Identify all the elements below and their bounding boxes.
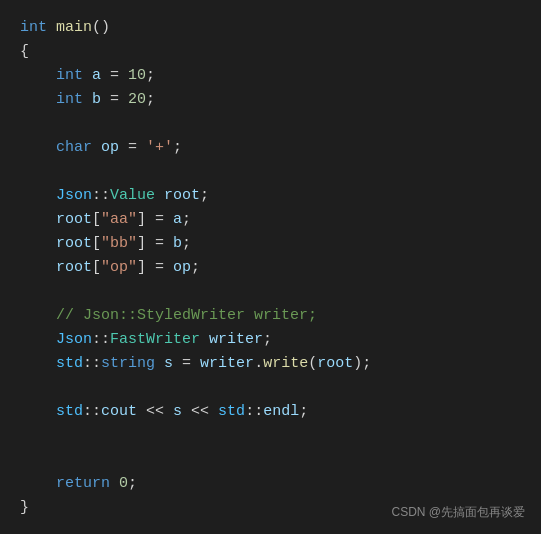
string-bb: "bb" <box>101 232 137 256</box>
code-line-20: return 0 ; <box>20 472 521 496</box>
code-line-17: std :: cout << s << std :: endl ; <box>20 400 521 424</box>
namespace-std-cout: std <box>56 400 83 424</box>
code-line-7 <box>20 160 521 184</box>
var-endl: endl <box>263 400 299 424</box>
code-line-18 <box>20 424 521 448</box>
num-10: 10 <box>128 64 146 88</box>
var-root-aa: root <box>56 208 92 232</box>
comment-styledwriter: // Json::StyledWriter writer; <box>56 304 317 328</box>
string-aa: "aa" <box>101 208 137 232</box>
keyword-int-b: int <box>56 88 83 112</box>
code-line-16 <box>20 376 521 400</box>
var-op-ref: op <box>173 256 191 280</box>
keyword-string: string <box>101 352 155 376</box>
code-editor: int main () { int a = 10 ; int b = 20 ; <box>0 0 541 534</box>
string-plus: '+' <box>146 136 173 160</box>
num-0: 0 <box>119 472 128 496</box>
code-line-15: std :: string s = writer . write ( root … <box>20 352 521 376</box>
var-writer: writer <box>209 328 263 352</box>
var-b: b <box>92 88 101 112</box>
var-root: root <box>164 184 200 208</box>
var-b-ref: b <box>173 232 182 256</box>
code-line-8: Json :: Value root ; <box>20 184 521 208</box>
code-line-13: // Json::StyledWriter writer; <box>20 304 521 328</box>
function-main: main <box>56 16 92 40</box>
var-root-op: root <box>56 256 92 280</box>
var-a: a <box>92 64 101 88</box>
code-line-11: root [ "op" ] = op ; <box>20 256 521 280</box>
namespace-std-endl: std <box>218 400 245 424</box>
var-root-ref: root <box>317 352 353 376</box>
code-line-3: int a = 10 ; <box>20 64 521 88</box>
keyword-char: char <box>56 136 92 160</box>
code-line-10: root [ "bb" ] = b ; <box>20 232 521 256</box>
code-line-12 <box>20 280 521 304</box>
var-op: op <box>101 136 119 160</box>
var-cout: cout <box>101 400 137 424</box>
code-line-1: int main () <box>20 16 521 40</box>
var-a-ref: a <box>173 208 182 232</box>
keyword-return: return <box>56 472 110 496</box>
keyword-int-a: int <box>56 64 83 88</box>
code-line-5 <box>20 112 521 136</box>
code-line-6: char op = '+' ; <box>20 136 521 160</box>
var-root-bb: root <box>56 232 92 256</box>
namespace-std-string: std <box>56 352 83 376</box>
code-line-14: Json :: FastWriter writer ; <box>20 328 521 352</box>
method-write: write <box>263 352 308 376</box>
code-line-19 <box>20 448 521 472</box>
type-value: Value <box>110 184 155 208</box>
namespace-json-fw: Json <box>56 328 92 352</box>
type-fastwriter: FastWriter <box>110 328 200 352</box>
string-op: "op" <box>101 256 137 280</box>
namespace-json: Json <box>56 184 92 208</box>
code-line-4: int b = 20 ; <box>20 88 521 112</box>
code-line-9: root [ "aa" ] = a ; <box>20 208 521 232</box>
code-line-2: { <box>20 40 521 64</box>
num-20: 20 <box>128 88 146 112</box>
keyword-int: int <box>20 16 47 40</box>
var-s-ref: s <box>173 400 182 424</box>
watermark: CSDN @先搞面包再谈爱 <box>391 503 525 522</box>
var-writer-ref: writer <box>200 352 254 376</box>
var-s: s <box>164 352 173 376</box>
